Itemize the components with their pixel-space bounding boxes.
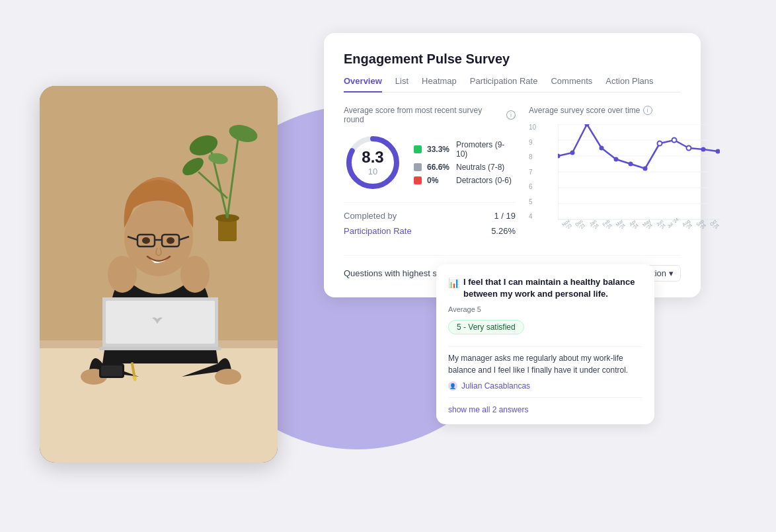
show-more-link[interactable]: show me all 2 answers	[448, 405, 528, 414]
svg-point-48	[672, 138, 677, 143]
svg-point-50	[701, 147, 706, 152]
gauge-denominator: 10	[362, 167, 383, 176]
svg-point-45	[629, 162, 633, 167]
svg-rect-27	[101, 365, 122, 376]
comment-text: My manager asks me regularly about my wo…	[448, 352, 642, 376]
svg-point-51	[716, 149, 720, 154]
photo-card	[40, 86, 278, 463]
stats-row: Completed by 1 / 19 Participation Rate 5…	[344, 202, 516, 236]
svg-point-22	[108, 256, 137, 293]
dropdown-chevron-icon: ▾	[669, 268, 674, 278]
svg-point-21	[167, 237, 175, 244]
tab-overview[interactable]: Overview	[344, 76, 382, 93]
line-chart-svg	[558, 124, 720, 220]
right-section: Average survey score over time i 10 9 8 …	[529, 106, 681, 243]
completed-value: 1 / 19	[494, 211, 516, 221]
detractors-dot	[414, 176, 422, 184]
comment-question: 📊 I feel that I can maintain a healthy b…	[448, 276, 642, 300]
bar-chart-icon: 📊	[448, 277, 459, 300]
legend-detractors: 0% Detractors (0-6)	[414, 176, 516, 185]
comment-card: 📊 I feel that I can maintain a healthy b…	[436, 264, 654, 424]
svg-point-47	[658, 141, 662, 146]
chart-area: 10 9 8 7 6 5 4	[529, 124, 681, 243]
score-legend: 33.3% Promoters (9-10) 66.6% Neutrals (7…	[414, 140, 516, 185]
chart-section-label: Average survey score over time i	[529, 106, 681, 115]
promoters-dot	[414, 145, 422, 153]
tab-action-plans[interactable]: Action Plans	[605, 76, 653, 93]
score-section-label: Average score from most recent survey ro…	[344, 106, 516, 124]
gauge-score: 8.3	[362, 149, 383, 165]
completed-by-row: Completed by 1 / 19	[344, 211, 516, 221]
commenter-name: Julian Casablancas	[461, 381, 530, 391]
legend-neutrals: 66.6% Neutrals (7-8)	[414, 163, 516, 172]
comment-divider-2	[448, 397, 642, 398]
svg-rect-25	[106, 301, 215, 344]
score-area: 8.3 10 33.3% Promoters (9-10) 66.6% Neut…	[344, 133, 516, 192]
participation-row: Participation Rate 5.26%	[344, 226, 516, 236]
score-badge: 5 - Very satisfied	[448, 320, 524, 334]
chart-y-labels: 10 9 8 7 6 5 4	[529, 124, 536, 220]
svg-point-20	[142, 237, 150, 244]
person-illustration	[40, 86, 278, 463]
comment-divider	[448, 346, 642, 347]
survey-title: Engagement Pulse Survey	[344, 52, 681, 67]
completed-label: Completed by	[344, 211, 397, 221]
svg-point-44	[614, 157, 619, 162]
svg-point-40	[558, 154, 561, 159]
svg-rect-24	[99, 347, 221, 350]
tab-heatmap[interactable]: Heatmap	[422, 76, 457, 93]
score-gauge: 8.3 10	[344, 133, 402, 192]
neutrals-dot	[414, 163, 422, 171]
participation-link[interactable]: Participation Rate	[344, 226, 412, 236]
chart-info-icon[interactable]: i	[643, 106, 652, 115]
svg-point-23	[180, 256, 210, 293]
survey-card: Engagement Pulse Survey Overview List He…	[324, 33, 701, 297]
svg-point-46	[643, 167, 648, 171]
svg-point-43	[600, 146, 604, 151]
left-section: Average score from most recent survey ro…	[344, 106, 516, 243]
svg-point-41	[570, 151, 575, 155]
tab-participation-rate[interactable]: Participation Rate	[470, 76, 538, 93]
tab-comments[interactable]: Comments	[551, 76, 592, 93]
tab-list[interactable]: List	[395, 76, 408, 93]
tab-bar: Overview List Heatmap Participation Rate…	[344, 76, 681, 93]
gauge-center: 8.3 10	[362, 149, 383, 176]
commenter-avatar: 👤	[448, 381, 457, 391]
svg-point-49	[687, 146, 691, 151]
svg-point-13	[215, 369, 241, 385]
commenter-row: 👤 Julian Casablancas	[448, 381, 642, 391]
participation-value: 5.26%	[491, 226, 516, 236]
score-info-icon[interactable]: i	[506, 110, 516, 120]
chart-x-labels: Nov '23 Dec '23 Jan '24 Feb '24 Mar '24 …	[558, 225, 720, 235]
legend-promoters: 33.3% Promoters (9-10)	[414, 140, 516, 159]
avg-score-label: Average 5	[448, 305, 642, 313]
